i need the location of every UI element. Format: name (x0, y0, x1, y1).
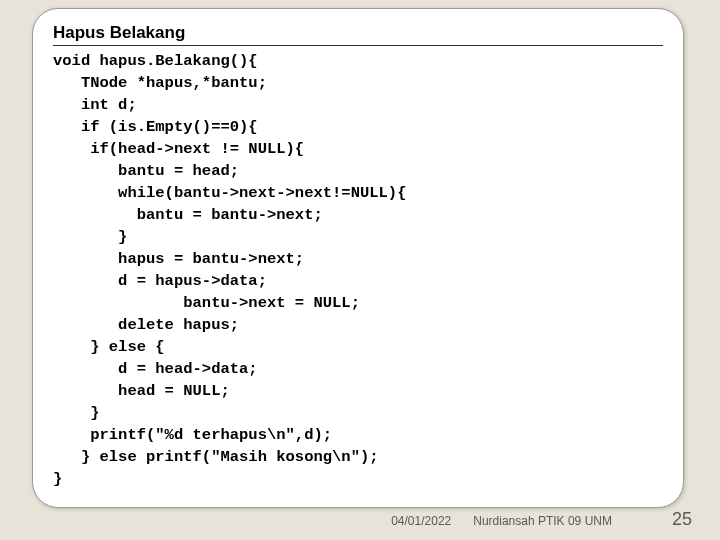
page-number: 25 (672, 509, 692, 530)
footer-note: Nurdiansah PTIK 09 UNM (473, 514, 612, 528)
footer-date: 04/01/2022 (391, 514, 451, 528)
slide-card: Hapus Belakang void hapus.Belakang(){ TN… (32, 8, 684, 508)
code-block: void hapus.Belakang(){ TNode *hapus,*ban… (53, 50, 663, 490)
title-text: Hapus Belakang (53, 23, 663, 46)
footer: 04/01/2022 Nurdiansah PTIK 09 UNM 25 (391, 509, 692, 530)
